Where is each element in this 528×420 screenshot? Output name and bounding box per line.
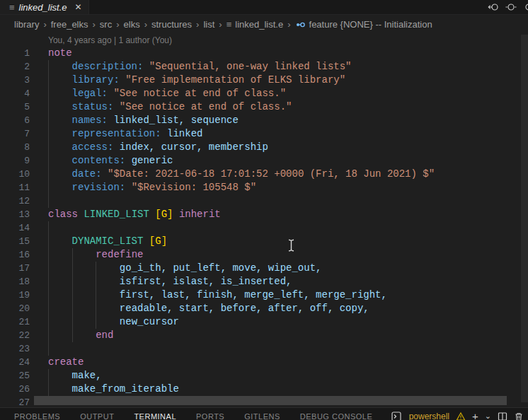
line-content: description: "Sequential, one-way linked…	[48, 60, 352, 74]
toggle-blame-icon[interactable]	[505, 1, 517, 13]
line-number: 16	[0, 248, 30, 262]
more-actions-icon[interactable]	[523, 1, 528, 13]
line-number: 26	[0, 383, 30, 396]
panel-tab-output[interactable]: OUTPUT	[80, 412, 114, 420]
indent-guide	[48, 221, 49, 235]
code-line-5[interactable]: 5 status: "See notice at end of class."	[0, 100, 528, 114]
code-line-10[interactable]: 10 date: "$Date: 2021-06-18 17:01:52 +00…	[0, 168, 528, 181]
line-number: 13	[0, 208, 30, 221]
line-number: 23	[0, 342, 30, 356]
code-line-24[interactable]: 24create	[0, 356, 528, 369]
code-line-13[interactable]: 13class LINKED_LIST [G] inherit	[0, 208, 528, 221]
code-line-14[interactable]: 14	[0, 221, 528, 235]
code-line-11[interactable]: 11 revision: "$Revision: 105548 $"	[0, 181, 528, 194]
code-line-23[interactable]: 23	[0, 342, 528, 356]
tab-linked-list[interactable]: ≡ linked_list.e ✕	[0, 0, 89, 14]
vscode-window: { "tab": { "title": "linked_list.e", "cl…	[0, 0, 528, 420]
line-content: DYNAMIC_LIST [G]	[48, 235, 167, 248]
line-content: make_from_iterable	[48, 383, 179, 396]
line-content: create	[48, 356, 84, 369]
code-line-20[interactable]: 20 readable, start, before, after, off, …	[0, 302, 528, 315]
warning-icon[interactable]	[456, 412, 466, 420]
panel-tab-debug-console[interactable]: DEBUG CONSOLE	[300, 412, 372, 420]
breadcrumb-item-elks[interactable]: elks	[124, 19, 140, 30]
vertical-scrollbar[interactable]	[521, 35, 528, 402]
breadcrumb-item-file[interactable]: ≡linked_list.e	[226, 19, 284, 30]
code-line-12[interactable]: 12	[0, 194, 528, 208]
code-line-26[interactable]: 26 make_from_iterable	[0, 383, 528, 396]
panel-tab-terminal[interactable]: TERMINAL	[134, 412, 176, 420]
line-number: 9	[0, 154, 30, 168]
code-line-25[interactable]: 25 make,	[0, 369, 528, 383]
code-line-6[interactable]: 6 names: linked_list, sequence	[0, 114, 528, 127]
code-line-18[interactable]: 18 isfirst, islast, is_inserted,	[0, 275, 528, 288]
tab-title: linked_list.e	[19, 2, 67, 13]
kill-terminal-icon[interactable]	[514, 412, 524, 420]
line-number: 7	[0, 127, 30, 141]
terminal-controls: powershell + ⌄	[391, 411, 524, 420]
line-content: date: "$Date: 2021-06-18 17:01:52 +0000 …	[48, 168, 435, 181]
line-content: access: index, cursor, membership	[48, 141, 268, 154]
line-content: representation: linked	[48, 127, 202, 141]
line-number: 1	[0, 47, 30, 60]
breadcrumb-separator: ›	[196, 19, 199, 30]
code-line-3[interactable]: 3 library: "Free implementation of ELKS …	[0, 74, 528, 87]
line-number: 12	[0, 194, 30, 208]
line-number: 22	[0, 329, 30, 342]
line-content: redefine	[48, 248, 143, 262]
editor-tab-bar: ≡ linked_list.e ✕	[0, 0, 528, 15]
code-line-9[interactable]: 9 contents: generic	[0, 154, 528, 168]
breadcrumb-separator: ›	[219, 19, 222, 30]
line-content: library: "Free implementation of ELKS li…	[48, 74, 345, 87]
code-line-22[interactable]: 22 end	[0, 329, 528, 342]
line-content: legal: "See notice at end of class."	[48, 87, 286, 100]
breadcrumb-item-free_elks[interactable]: free_elks	[51, 19, 88, 30]
code-line-2[interactable]: 2 description: "Sequential, one-way link…	[0, 60, 528, 74]
code-line-16[interactable]: 16 redefine	[0, 248, 528, 262]
breadcrumb-separator: ›	[43, 19, 46, 30]
open-changes-icon[interactable]	[488, 1, 499, 13]
line-number: 2	[0, 60, 30, 74]
line-number: 17	[0, 262, 30, 275]
code-editor[interactable]: You, 4 years ago | 1 author (You) 1note2…	[0, 33, 528, 407]
breadcrumb-item-symbol[interactable]: feature {NONE} -- Initialization	[295, 19, 432, 30]
launch-profile-chevron-icon[interactable]: ⌄	[485, 412, 491, 420]
line-content: isfirst, islast, is_inserted,	[48, 275, 292, 288]
code-line-4[interactable]: 4 legal: "See notice at end of class."	[0, 87, 528, 100]
code-line-8[interactable]: 8 access: index, cursor, membership	[0, 141, 528, 154]
code-line-7[interactable]: 7 representation: linked	[0, 127, 528, 141]
line-number: 24	[0, 356, 30, 369]
gitlens-blame-codelens[interactable]: You, 4 years ago | 1 author (You)	[48, 35, 172, 45]
code-line-17[interactable]: 17 go_i_th, put_left, move, wipe_out,	[0, 262, 528, 275]
line-number: 25	[0, 369, 30, 383]
split-terminal-icon[interactable]	[498, 412, 507, 420]
terminal-shell-label[interactable]: powershell	[409, 412, 449, 420]
line-number: 15	[0, 235, 30, 248]
indent-guide	[48, 194, 49, 208]
line-content: first, last, finish, merge_left, merge_r…	[48, 288, 387, 302]
code-line-15[interactable]: 15 DYNAMIC_LIST [G]	[0, 235, 528, 248]
eiffel-file-icon: ≡	[226, 20, 232, 29]
code-line-21[interactable]: 21 new_cursor	[0, 315, 528, 329]
new-terminal-icon[interactable]: +	[472, 411, 478, 420]
close-tab-icon[interactable]: ✕	[75, 3, 82, 11]
breadcrumb-item-library[interactable]: library	[14, 19, 39, 30]
line-content: names: linked_list, sequence	[48, 114, 239, 127]
panel-tab-ports[interactable]: PORTS	[196, 412, 224, 420]
line-number: 3	[0, 74, 30, 87]
line-content: end	[48, 329, 113, 342]
line-content: note	[48, 47, 72, 60]
breadcrumb-item-structures[interactable]: structures	[151, 19, 192, 30]
breadcrumb-item-list[interactable]: list	[203, 19, 214, 30]
code-line-1[interactable]: 1note	[0, 47, 528, 60]
line-content: new_cursor	[48, 315, 179, 329]
code-line-19[interactable]: 19 first, last, finish, merge_left, merg…	[0, 288, 528, 302]
panel-tab-problems[interactable]: PROBLEMS	[14, 412, 60, 420]
indent-guide	[48, 342, 49, 356]
horizontal-scrollbar[interactable]	[34, 396, 507, 405]
breadcrumb-item-src[interactable]: src	[100, 19, 112, 30]
panel-tab-gitlens[interactable]: GITLENS	[244, 412, 280, 420]
line-number: 20	[0, 302, 30, 315]
breadcrumb-separator: ›	[144, 19, 147, 30]
line-number: 4	[0, 87, 30, 100]
